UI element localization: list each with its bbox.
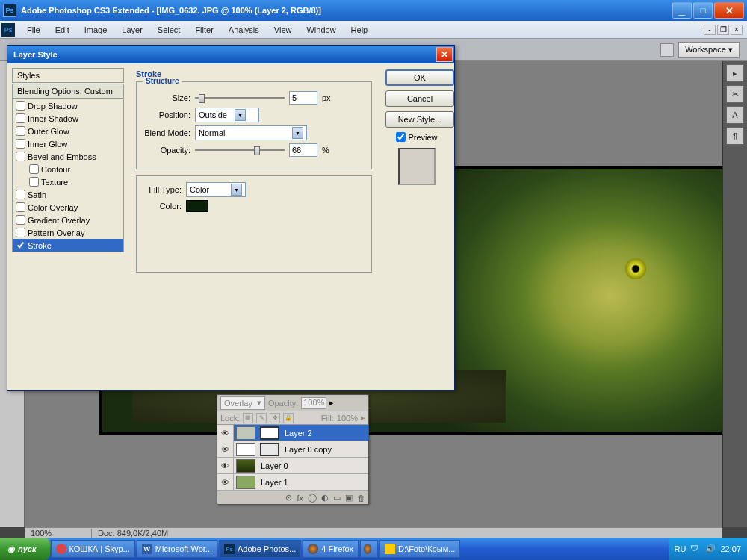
- fx-icon[interactable]: fx: [297, 494, 303, 503]
- layer-row[interactable]: 👁Layer 0 copy: [217, 441, 368, 458]
- ok-button[interactable]: OK: [385, 69, 454, 86]
- menu-layer[interactable]: Layer: [114, 22, 150, 37]
- layer-name[interactable]: Layer 0: [258, 461, 288, 470]
- style-checkbox[interactable]: [16, 190, 25, 199]
- visibility-icon[interactable]: 👁: [217, 458, 234, 473]
- minimize-button[interactable]: _: [672, 2, 692, 19]
- taskbar-item[interactable]: D:\Foto\Крым...: [379, 540, 460, 558]
- menu-help[interactable]: Help: [344, 22, 376, 37]
- layer-name[interactable]: Layer 0 copy: [282, 445, 332, 454]
- taskbar-item[interactable]: PsAdobe Photos...: [219, 540, 301, 558]
- new-style-button[interactable]: New Style...: [385, 111, 454, 128]
- dialog-close-button[interactable]: ✕: [436, 47, 453, 62]
- style-stroke[interactable]: Stroke: [13, 239, 123, 252]
- blending-options-header[interactable]: Blending Options: Custom: [12, 84, 124, 99]
- panel-icon[interactable]: A: [726, 106, 744, 124]
- mask-icon[interactable]: ◯: [308, 493, 317, 503]
- close-button[interactable]: ✕: [714, 2, 744, 19]
- layer-thumbnail[interactable]: [236, 426, 255, 440]
- opacity-slider[interactable]: [195, 145, 285, 155]
- style-pattern-overlay[interactable]: Pattern Overlay: [13, 226, 123, 239]
- workspace-dropdown[interactable]: Workspace ▾: [678, 42, 740, 58]
- blend-mode-dropdown[interactable]: Overlay▾: [220, 396, 265, 410]
- lock-position-icon[interactable]: ✥: [270, 413, 280, 423]
- layer-thumbnail[interactable]: [236, 443, 255, 456]
- panel-icon[interactable]: ✂: [726, 85, 744, 103]
- style-checkbox[interactable]: [16, 152, 25, 161]
- opacity-input[interactable]: [289, 143, 317, 157]
- layer-name[interactable]: Layer 1: [258, 478, 288, 487]
- maximize-button[interactable]: □: [693, 2, 713, 19]
- style-gradient-overlay[interactable]: Gradient Overlay: [13, 214, 123, 226]
- style-checkbox[interactable]: [29, 164, 39, 174]
- style-texture[interactable]: Texture: [13, 175, 123, 188]
- doc-close-button[interactable]: ×: [731, 25, 743, 35]
- style-outer-glow[interactable]: Outer Glow: [13, 125, 123, 137]
- style-satin[interactable]: Satin: [13, 188, 123, 201]
- style-contour[interactable]: Contour: [13, 163, 123, 175]
- style-checkbox[interactable]: [16, 101, 25, 111]
- start-button[interactable]: ◉пуск: [0, 538, 50, 560]
- style-bevel-and-emboss[interactable]: Bevel and Emboss: [13, 150, 123, 163]
- visibility-icon[interactable]: 👁: [217, 474, 234, 490]
- taskbar-item[interactable]: [360, 540, 378, 558]
- doc-restore-button[interactable]: ❐: [717, 25, 729, 35]
- styles-header[interactable]: Styles: [12, 68, 124, 83]
- system-tray[interactable]: RU 🛡 🔊 22:07: [669, 538, 747, 560]
- menu-window[interactable]: Window: [299, 22, 343, 37]
- tray-icon[interactable]: 🛡: [690, 544, 701, 554]
- fill-value[interactable]: 100%: [337, 414, 358, 423]
- panel-toggle-icon[interactable]: [660, 43, 674, 57]
- taskbar-item[interactable]: КОШКА | Skyp...: [51, 540, 135, 558]
- layer-thumbnail[interactable]: [236, 459, 255, 473]
- doc-minimize-button[interactable]: -: [704, 25, 716, 35]
- style-checkbox[interactable]: [16, 202, 25, 212]
- style-checkbox[interactable]: [16, 126, 25, 136]
- layer-row[interactable]: 👁Layer 1: [217, 474, 368, 491]
- style-checkbox[interactable]: [16, 215, 25, 225]
- layer-row[interactable]: 👁Layer 2: [217, 425, 368, 441]
- menu-analysis[interactable]: Analysis: [221, 22, 267, 37]
- preview-checkbox[interactable]: [396, 132, 406, 142]
- blend-mode-dropdown[interactable]: Normal▼: [195, 125, 307, 140]
- taskbar-item[interactable]: WMicrosoft Wor...: [137, 540, 217, 558]
- layer-row[interactable]: 👁Layer 0: [217, 458, 368, 474]
- menu-image[interactable]: Image: [77, 22, 115, 37]
- style-color-overlay[interactable]: Color Overlay: [13, 201, 123, 214]
- layer-name[interactable]: Layer 2: [282, 429, 312, 438]
- size-slider[interactable]: [195, 93, 285, 103]
- color-swatch[interactable]: [186, 200, 208, 212]
- menu-filter[interactable]: Filter: [187, 22, 220, 37]
- clock[interactable]: 22:07: [720, 544, 741, 553]
- style-checkbox[interactable]: [16, 139, 25, 149]
- menu-file[interactable]: File: [19, 22, 48, 37]
- layer-thumbnail[interactable]: [236, 476, 255, 489]
- opacity-value[interactable]: 100%: [301, 397, 326, 409]
- style-drop-shadow[interactable]: Drop Shadow: [13, 99, 123, 112]
- style-inner-shadow[interactable]: Inner Shadow: [13, 112, 123, 125]
- new-layer-icon[interactable]: ▣: [345, 493, 353, 503]
- link-layers-icon[interactable]: ⊘: [285, 493, 292, 503]
- visibility-icon[interactable]: 👁: [217, 425, 234, 441]
- filltype-dropdown[interactable]: Color▼: [186, 182, 246, 197]
- fill-flyout-icon[interactable]: ▸: [361, 413, 365, 423]
- layer-mask-thumbnail[interactable]: [260, 426, 279, 440]
- doc-info[interactable]: Doc: 849,0K/2,40M: [92, 529, 168, 538]
- menu-view[interactable]: View: [267, 22, 300, 37]
- adjustment-icon[interactable]: ◐: [321, 493, 329, 503]
- cancel-button[interactable]: Cancel: [385, 90, 454, 107]
- trash-icon[interactable]: 🗑: [357, 494, 365, 503]
- size-input[interactable]: [289, 91, 317, 105]
- lock-all-icon[interactable]: 🔒: [283, 413, 294, 423]
- zoom-level[interactable]: 100%: [25, 529, 92, 538]
- lock-transparent-icon[interactable]: ▦: [243, 413, 253, 423]
- style-checkbox[interactable]: [29, 177, 39, 187]
- visibility-icon[interactable]: 👁: [217, 441, 234, 457]
- layer-mask-thumbnail[interactable]: [260, 443, 279, 456]
- style-checkbox[interactable]: [16, 240, 25, 250]
- lock-paint-icon[interactable]: ✎: [256, 413, 267, 423]
- taskbar-item[interactable]: 4 Firefox: [303, 540, 359, 558]
- menu-select[interactable]: Select: [150, 22, 188, 37]
- language-indicator[interactable]: RU: [675, 544, 686, 553]
- style-checkbox[interactable]: [16, 113, 25, 123]
